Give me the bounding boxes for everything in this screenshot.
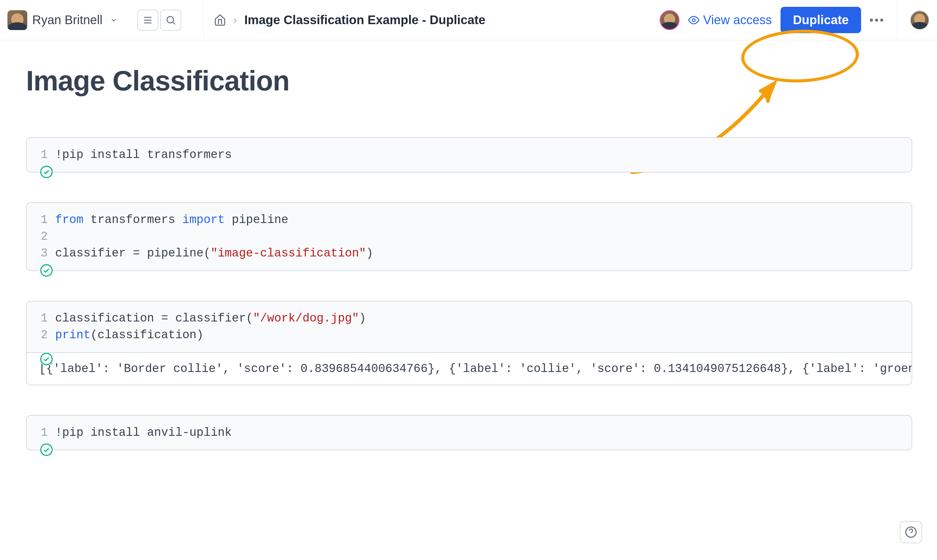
breadcrumb-separator: › <box>234 14 237 26</box>
line-gutter: 123 <box>37 212 55 262</box>
header-right: View access Duplicate ••• <box>660 0 929 40</box>
view-access-link[interactable]: View access <box>688 13 772 27</box>
svg-line-4 <box>173 22 175 24</box>
line-gutter: 1 <box>37 424 55 441</box>
line-gutter: 12 <box>37 310 55 343</box>
cells-container: 1!pip install transformers123from transf… <box>26 137 912 450</box>
code-lines[interactable]: classification = classifier("/work/dog.j… <box>55 310 902 343</box>
check-icon <box>40 443 53 457</box>
main-content: Image Classification 1!pip install trans… <box>0 40 937 492</box>
avatar[interactable] <box>8 10 27 30</box>
svg-point-9 <box>41 353 52 365</box>
code-lines[interactable]: from transformers import pipeline classi… <box>55 212 902 262</box>
help-button[interactable] <box>900 521 922 543</box>
user-name[interactable]: Ryan Britnell <box>32 13 103 27</box>
toolbar-icons <box>137 9 181 31</box>
code-wrap: 123from transformers import pipeline cla… <box>27 203 912 271</box>
profile-avatar[interactable] <box>910 10 929 30</box>
code-lines[interactable]: !pip install anvil-uplink <box>55 424 902 441</box>
eye-icon <box>688 15 699 26</box>
svg-point-10 <box>41 444 52 455</box>
duplicate-button[interactable]: Duplicate <box>781 7 861 33</box>
more-button[interactable]: ••• <box>870 13 885 28</box>
status-badge-success <box>40 165 53 179</box>
check-icon <box>40 165 53 179</box>
status-badge-success <box>40 443 53 457</box>
header: Ryan Britnell › Image Classification Exa… <box>0 0 937 40</box>
svg-point-8 <box>41 265 52 276</box>
code-lines[interactable]: !pip install transformers <box>55 146 902 163</box>
divider <box>203 0 204 40</box>
header-left: Ryan Britnell <box>8 9 194 31</box>
code-wrap: 1!pip install anvil-uplink <box>27 416 912 450</box>
menu-icon <box>142 15 153 26</box>
code-cell[interactable]: 1!pip install transformers <box>26 137 912 172</box>
breadcrumb-title[interactable]: Image Classification Example - Duplicate <box>244 13 485 27</box>
code-wrap: 1!pip install transformers <box>27 138 912 172</box>
breadcrumb: › Image Classification Example - Duplica… <box>214 13 660 27</box>
output-area: [{'label': 'Border collie', 'score': 0.8… <box>27 352 912 385</box>
svg-point-5 <box>692 18 695 22</box>
status-badge-success <box>40 352 53 366</box>
page-title: Image Classification <box>26 65 912 97</box>
menu-button[interactable] <box>137 9 158 31</box>
code-cell[interactable]: 123from transformers import pipeline cla… <box>26 202 912 271</box>
svg-point-7 <box>41 166 52 178</box>
collaborator-avatar[interactable] <box>660 10 680 30</box>
code-cell[interactable]: 1!pip install anvil-uplink <box>26 415 912 450</box>
search-icon <box>165 15 176 26</box>
chevron-down-icon[interactable] <box>110 17 117 24</box>
svg-point-3 <box>167 17 174 23</box>
code-cell[interactable]: 12classification = classifier("/work/dog… <box>26 301 912 385</box>
help-icon <box>905 526 917 538</box>
view-access-label: View access <box>703 13 772 27</box>
divider <box>897 0 897 40</box>
status-badge-success <box>40 263 53 277</box>
home-button[interactable] <box>214 13 226 27</box>
code-area[interactable]: 123from transformers import pipeline cla… <box>27 203 912 271</box>
check-icon <box>40 263 53 277</box>
code-wrap: 12classification = classifier("/work/dog… <box>27 302 912 352</box>
code-area[interactable]: 12classification = classifier("/work/dog… <box>27 302 912 352</box>
code-area[interactable]: 1!pip install anvil-uplink <box>27 416 912 450</box>
home-icon <box>214 13 226 26</box>
code-area[interactable]: 1!pip install transformers <box>27 138 912 172</box>
search-button[interactable] <box>160 9 181 31</box>
line-gutter: 1 <box>37 146 55 163</box>
check-icon <box>40 352 53 366</box>
